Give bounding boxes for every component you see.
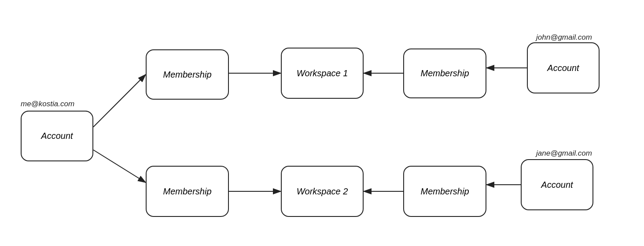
account-left-label: Account: [41, 131, 73, 141]
workspace2-label: Workspace 2: [297, 186, 348, 197]
account-left-node: Account: [21, 111, 93, 161]
account-top-right-node: Account: [527, 42, 600, 93]
account-top-right-label: Account: [547, 63, 579, 73]
workspace1-node: Workspace 1: [281, 48, 364, 99]
john-email-label: john@gmail.com: [536, 33, 592, 42]
jane-email-label: jane@gmail.com: [536, 149, 592, 158]
account-bottom-right-label: Account: [541, 180, 573, 190]
membership-top-node: Membership: [146, 49, 229, 100]
workspace2-node: Workspace 2: [281, 166, 364, 217]
account-bottom-right-node: Account: [521, 159, 593, 210]
membership-top-label: Membership: [163, 70, 211, 80]
membership-top-right-label: Membership: [420, 68, 469, 78]
me-email-label: me@kostia.com: [21, 100, 74, 108]
membership-bottom-right-label: Membership: [420, 186, 469, 197]
membership-bottom-label: Membership: [163, 186, 211, 197]
diagram: Account Membership Workspace 1 Membershi…: [0, 0, 644, 246]
svg-line-1: [93, 75, 146, 127]
membership-bottom-right-node: Membership: [403, 166, 486, 217]
svg-line-2: [93, 150, 146, 183]
membership-bottom-node: Membership: [146, 166, 229, 217]
membership-top-right-node: Membership: [403, 48, 486, 98]
workspace1-label: Workspace 1: [297, 68, 348, 78]
